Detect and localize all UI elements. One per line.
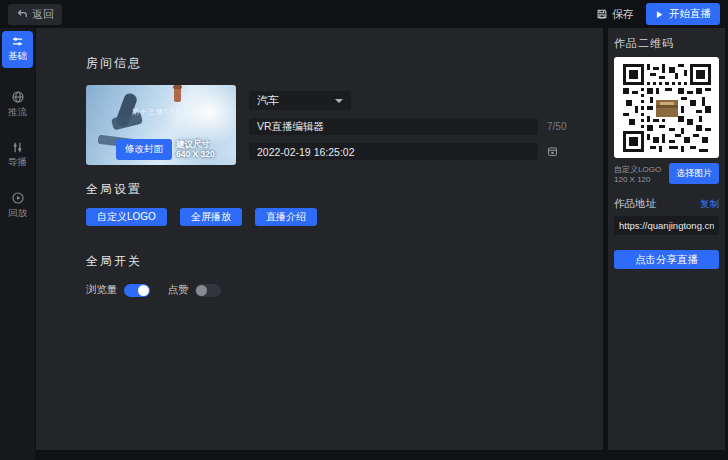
room-info-title: 房间信息 (86, 55, 603, 72)
save-icon (596, 8, 608, 20)
address-label: 作品地址 (614, 197, 656, 211)
toggle-knob (196, 285, 207, 296)
calendar-icon[interactable] (547, 146, 558, 157)
global-switches-title: 全局开关 (86, 253, 603, 270)
datetime-input-row (249, 143, 566, 160)
basic-icon (2, 35, 33, 48)
main-panel: 房间信息 第十三届CEF C 修改封面 建议尺寸 640 X 320 汽车 7/… (36, 28, 603, 450)
category-select-value: 汽车 (257, 93, 279, 108)
title-char-counter: 7/50 (547, 121, 566, 132)
title-input[interactable] (249, 118, 538, 135)
back-icon (16, 8, 28, 20)
switches-row: 浏览量 点赞 (86, 283, 603, 297)
qr-logo-row: 自定义LOGO 120 X 120 选择图片 (614, 163, 719, 184)
topbar-actions: 保存 开始直播 (596, 3, 720, 25)
cover-size-hint-line2: 640 X 320 (176, 149, 215, 159)
choose-image-button[interactable]: 选择图片 (669, 163, 719, 184)
fullscreen-play-button[interactable]: 全屏播放 (180, 208, 242, 226)
cover-photo-text: 第十三届CEF C (86, 107, 236, 117)
start-live-button[interactable]: 开始直播 (646, 3, 720, 25)
likes-toggle[interactable] (195, 284, 221, 297)
start-live-label: 开始直播 (669, 7, 711, 21)
category-select[interactable]: 汽车 (249, 91, 351, 110)
sidebar-item-director[interactable]: 导播 (2, 141, 33, 169)
custom-logo-button[interactable]: 自定义LOGO (86, 208, 167, 226)
global-switches-section: 全局开关 浏览量 点赞 (86, 253, 603, 297)
sidebar-item-label: 基础 (2, 50, 33, 63)
director-icon (2, 141, 33, 154)
cover-thumbnail[interactable]: 第十三届CEF C 修改封面 建议尺寸 640 X 320 (86, 85, 236, 165)
share-panel: 作品二维码 (608, 28, 725, 450)
qr-logo-hint-line1: 自定义LOGO (614, 165, 661, 175)
global-settings-buttons: 自定义LOGO 全屏播放 直播介绍 (86, 208, 603, 226)
room-form: 汽车 7/50 (249, 91, 566, 165)
sidebar-item-basic[interactable]: 基础 (2, 31, 33, 68)
likes-switch-group: 点赞 (168, 283, 221, 297)
topbar: 返回 保存 开始直播 (0, 0, 728, 28)
play-icon (655, 10, 664, 19)
chevron-down-icon (335, 99, 343, 103)
sidebar-item-label: 导播 (2, 156, 33, 169)
sidebar-item-label: 推流 (2, 106, 33, 119)
views-switch-group: 浏览量 (86, 283, 150, 297)
back-label: 返回 (32, 7, 54, 22)
qr-section-title: 作品二维码 (614, 36, 719, 51)
datetime-input[interactable] (249, 143, 538, 160)
qr-code-image (622, 64, 712, 152)
title-input-row: 7/50 (249, 118, 566, 135)
cover-size-hint-line1: 建议尺寸 (176, 139, 215, 149)
change-cover-button[interactable]: 修改封面 (116, 139, 172, 160)
address-row: 作品地址 复制 (614, 197, 719, 211)
views-switch-label: 浏览量 (86, 283, 118, 297)
views-toggle[interactable] (124, 284, 150, 297)
cover-size-hint: 建议尺寸 640 X 320 (176, 139, 215, 159)
qr-logo-hint: 自定义LOGO 120 X 120 (614, 165, 661, 184)
global-settings-title: 全局设置 (86, 181, 603, 198)
save-label: 保存 (612, 7, 634, 22)
playback-icon (2, 191, 33, 205)
likes-switch-label: 点赞 (168, 283, 189, 297)
global-settings-section: 全局设置 自定义LOGO 全屏播放 直播介绍 (86, 181, 603, 226)
toggle-knob (138, 285, 149, 296)
stream-icon (2, 90, 33, 104)
sidebar-item-playback[interactable]: 回放 (2, 191, 33, 220)
sidebar-item-label: 回放 (2, 207, 33, 220)
qr-code (614, 57, 719, 158)
cover-photo-shape (174, 87, 181, 102)
qr-logo-hint-line2: 120 X 120 (614, 175, 661, 185)
copy-address-link[interactable]: 复制 (700, 198, 719, 211)
sidebar: 基础 推流 导播 回放 (0, 28, 35, 460)
save-button[interactable]: 保存 (596, 7, 634, 22)
back-button[interactable]: 返回 (8, 4, 62, 25)
address-input[interactable] (614, 216, 719, 235)
share-live-button[interactable]: 点击分享直播 (614, 250, 719, 269)
room-info-row: 第十三届CEF C 修改封面 建议尺寸 640 X 320 汽车 7/50 (86, 85, 603, 165)
sidebar-item-stream[interactable]: 推流 (2, 90, 33, 119)
live-intro-button[interactable]: 直播介绍 (255, 208, 317, 226)
